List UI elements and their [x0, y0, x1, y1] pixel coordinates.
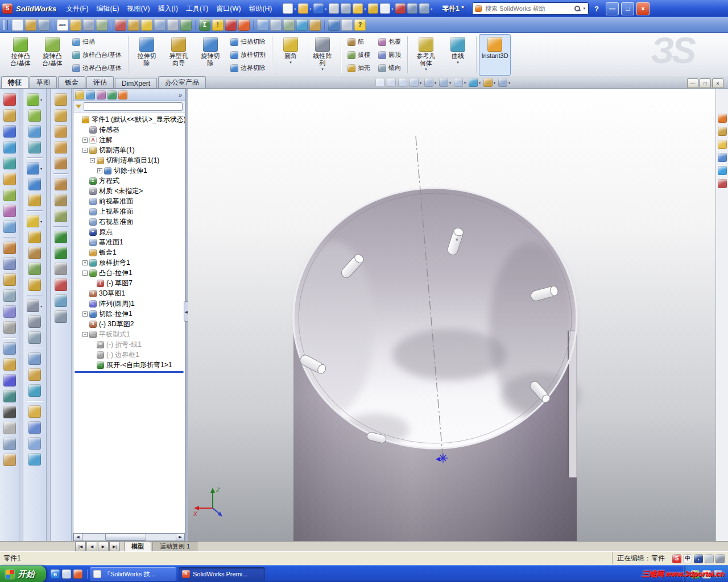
edit-appearance-icon[interactable] — [296, 19, 308, 31]
tree-item[interactable]: ●材质 <未指定> — [73, 186, 185, 196]
redo-icon[interactable] — [368, 3, 378, 14]
flyout-arrow-icon[interactable]: ▾ — [479, 81, 481, 85]
tree-item[interactable]: +放样折弯1 — [73, 257, 185, 268]
axis-icon[interactable] — [3, 358, 16, 371]
linear-pattern-tool-flyout[interactable]: ▾ — [27, 300, 43, 312]
tab-motion-study[interactable]: 运动算例 1 — [152, 541, 197, 551]
tab-dimxpert[interactable]: DimXpert — [115, 78, 157, 88]
flyout-arrow-icon[interactable]: ▾ — [464, 81, 466, 85]
rebuild-icon[interactable] — [395, 3, 406, 14]
revolved-boss-button[interactable]: 旋转凸台/基体 — [36, 34, 68, 76]
shell-tool-icon[interactable] — [28, 278, 41, 291]
file-properties-icon[interactable] — [407, 3, 417, 14]
lofted-boss-button[interactable]: 放样凸台/基体 — [69, 49, 125, 61]
apply-scene-flyout[interactable]: ▾ — [483, 78, 496, 87]
dimension-style-icon[interactable] — [3, 454, 16, 466]
graphics-area[interactable]: * X Z — [188, 89, 715, 541]
options-icon[interactable] — [419, 3, 429, 14]
tree-item[interactable]: +切除-拉伸1 — [73, 309, 185, 319]
custom-properties-icon[interactable] — [718, 179, 727, 188]
help-icon[interactable]: ? — [354, 19, 366, 31]
doc-close-button[interactable]: × — [712, 78, 723, 88]
tree-expander[interactable]: - — [82, 271, 88, 276]
flyout-arrow-icon[interactable]: ▾ — [364, 7, 366, 11]
tab-office-products[interactable]: 办公室产品 — [158, 76, 206, 88]
file-explorer-icon[interactable] — [718, 140, 727, 149]
zoom-fit-icon[interactable] — [375, 78, 384, 87]
helix-icon[interactable] — [28, 384, 41, 397]
surface-finish-icon[interactable] — [154, 19, 166, 31]
miter-flange-icon[interactable] — [55, 125, 67, 138]
reference-geometry-button[interactable]: 参考几何体▾ — [410, 34, 442, 76]
simulation-icon[interactable] — [328, 19, 340, 31]
fillet-tool-icon[interactable] — [27, 215, 39, 227]
zoom-tool-icon[interactable] — [28, 437, 41, 450]
task-solidworks-doc[interactable]: 『SolidWorks 技... — [90, 567, 176, 581]
cut-revolve-icon[interactable] — [28, 178, 41, 190]
draft-button[interactable]: 拔模 — [345, 49, 373, 61]
internet-explorer-icon[interactable]: e — [51, 569, 60, 579]
circular-pattern-icon[interactable] — [28, 315, 41, 328]
swept-cut-button[interactable]: 扫描切除 — [228, 36, 268, 48]
flyout-arrow-icon[interactable]: ▾ — [325, 7, 326, 11]
tree-item[interactable]: 3(-) 3D草图2 — [73, 319, 185, 329]
sketch-grid-icon[interactable] — [25, 19, 36, 31]
open-icon[interactable] — [298, 3, 308, 14]
rollback-bar[interactable] — [75, 371, 184, 373]
revolve-icon[interactable] — [28, 109, 41, 122]
dimxpertmanager-tab-icon[interactable] — [107, 90, 117, 99]
apply-scene-icon[interactable] — [483, 78, 493, 87]
equations-icon[interactable]: Σ — [199, 19, 210, 31]
appearance-tool-icon[interactable] — [28, 453, 41, 465]
wrap-button[interactable]: 包覆 — [375, 36, 404, 48]
ime-mode-icon[interactable]: ， — [694, 554, 703, 563]
flyout-arrow-icon[interactable]: ▾ — [40, 98, 42, 102]
tree-item[interactable]: ●传感器 — [73, 124, 185, 135]
tab-sketch[interactable]: 草图 — [30, 76, 57, 88]
flyout-arrow-icon[interactable]: ▾ — [431, 7, 432, 11]
rip-icon[interactable] — [55, 278, 67, 291]
section-view-flyout[interactable]: ▾ — [410, 78, 422, 87]
ref-axis-icon[interactable] — [28, 368, 41, 381]
tree-item[interactable]: -□平板型式1 — [73, 329, 185, 339]
units-icon[interactable] — [38, 19, 49, 31]
chamfer-icon[interactable] — [28, 231, 41, 243]
search-box[interactable]: ▾ — [472, 2, 589, 15]
fillet-tool-flyout[interactable]: ▾ — [27, 215, 43, 227]
flyout-arrow-icon[interactable]: ▾ — [321, 67, 324, 72]
view-settings-icon[interactable] — [498, 78, 507, 87]
spell-check-icon[interactable]: ABC — [57, 19, 68, 31]
select-arrow-icon[interactable] — [12, 19, 23, 31]
display-style-flyout[interactable]: ▾ — [439, 78, 452, 87]
displaymanager-tab-icon[interactable] — [118, 90, 127, 99]
vent-icon[interactable] — [55, 294, 67, 307]
last-tab-button[interactable]: ▶| — [109, 542, 120, 551]
print-preview-icon[interactable] — [341, 3, 351, 14]
ime-keyboard-icon[interactable] — [705, 554, 714, 563]
featuremanager-tab-icon[interactable] — [75, 90, 84, 99]
flyout-arrow-icon[interactable]: ▾ — [40, 167, 42, 171]
measure-tool-icon[interactable] — [28, 405, 41, 418]
tree-expander[interactable]: + — [82, 260, 88, 265]
save-flyout[interactable]: ▾ — [313, 3, 327, 14]
extruded-cut-button[interactable]: 拉伸切除 — [131, 34, 163, 76]
view-settings-flyout[interactable]: ▾ — [498, 78, 511, 87]
cut-extrude-flyout[interactable]: ▾ — [27, 162, 43, 174]
closed-corner-icon[interactable] — [55, 194, 67, 206]
previous-view-icon[interactable] — [398, 78, 407, 87]
search-input[interactable] — [484, 5, 572, 13]
rebuild2-icon[interactable] — [225, 19, 237, 31]
circle-icon[interactable] — [3, 141, 16, 153]
flyout-arrow-icon[interactable]: ▾ — [289, 60, 292, 65]
tree-item[interactable]: -凸台-拉伸1 — [73, 268, 185, 278]
tree-item[interactable]: □上视基准面 — [73, 206, 185, 217]
tree-expander[interactable]: + — [82, 311, 88, 317]
search-icon[interactable] — [574, 6, 581, 12]
menu-view[interactable]: 视图(V) — [123, 2, 154, 15]
coordinate-system-icon[interactable] — [3, 390, 16, 402]
zoom-icon[interactable] — [257, 19, 268, 31]
tree-item[interactable]: -≡切割清单(1) — [73, 145, 185, 155]
model-cylinder[interactable] — [293, 188, 580, 541]
prev-tab-button[interactable]: ◀ — [86, 542, 97, 551]
point-icon[interactable] — [3, 374, 16, 386]
